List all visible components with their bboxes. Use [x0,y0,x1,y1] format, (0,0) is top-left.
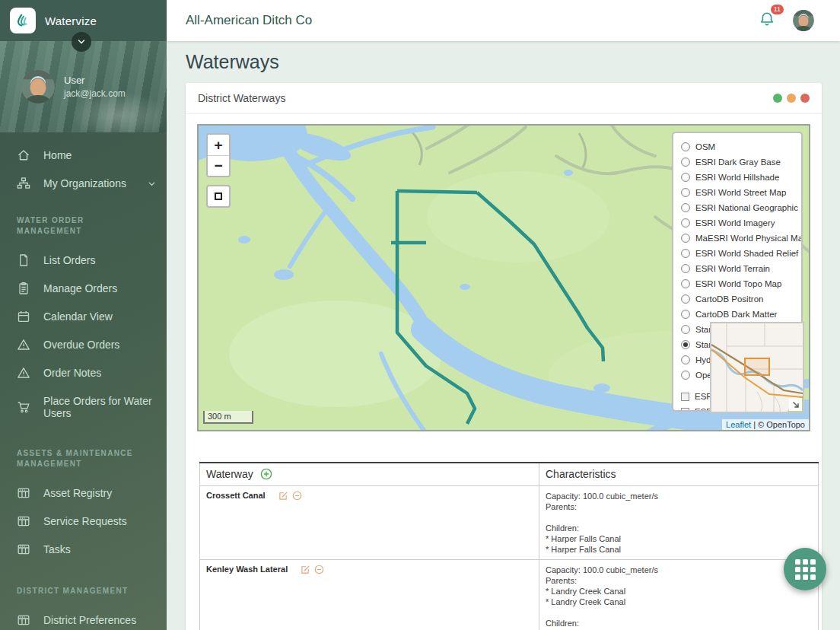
layer-option[interactable]: ESRI World Topo Map [681,276,794,291]
sidebar-nav: Home My Organizations WATER ORDER MANAGE… [0,132,167,630]
sidebar-item-district-preferences[interactable]: District Preferences [0,609,167,630]
edit-icon[interactable] [301,565,310,574]
document-icon [17,253,30,267]
sidebar-item-manage-orders[interactable]: Manage Orders [0,278,167,299]
layer-label: ESRI World Terrain [695,264,770,273]
characteristic-line: Children: [546,618,812,628]
map-attribution: Leaflet | © OpenTopo [722,419,809,430]
layer-option[interactable]: ESRI World Terrain [681,261,794,276]
layer-radio [681,142,690,151]
layer-radio [681,340,690,349]
sidebar-item-label: District Preferences [43,614,156,626]
layer-radio [681,203,690,212]
characteristic-line: * Landry Creek Canal [546,586,812,597]
layer-radio [681,310,690,319]
layer-radio [681,173,690,182]
layer-label: ESRI World Street Map [695,188,786,197]
card-title: District Waterways [198,92,773,104]
zoom-out-button[interactable]: − [208,155,229,176]
add-waterway-button[interactable] [260,468,272,480]
topbar: All-American Ditch Co 11 [167,0,840,41]
layer-radio [681,264,690,273]
sidebar-item-label: Tasks [43,543,156,555]
sidebar-item-tasks[interactable]: Tasks [0,539,167,560]
layer-option[interactable]: ESRI Dark Gray Base [681,154,794,170]
fit-bounds-button[interactable] [206,185,231,208]
layer-label: MaESRI World Physical Map [695,234,803,243]
sidebar-item-label: Order Notes [43,367,156,379]
grid-icon [795,559,816,580]
section-label-district: DISTRICT MANAGEMENT [0,586,167,597]
layer-label: ESRI Dark Gray Base [695,158,781,167]
layer-option[interactable]: MaESRI World Physical Map [681,231,794,246]
layer-radio [681,234,690,243]
chevron-down-icon [77,37,86,46]
sidebar-item-service-requests[interactable]: Service Requests [0,511,167,532]
column-header-waterway: Waterway [206,468,253,480]
sidebar-item-my-organizations[interactable]: My Organizations [0,173,167,194]
sidebar-item-label: Overdue Orders [43,339,156,351]
layer-radio [681,325,690,334]
characteristic-line: * Harper Falls Canal [546,533,812,544]
brand-name: Watervize [45,14,97,27]
layer-label: CartoDB Dark Matter [695,310,777,319]
sidebar-item-list-orders[interactable]: List Orders [0,250,167,271]
apps-grid-button[interactable] [784,548,826,590]
edit-icon[interactable] [278,491,288,501]
layer-option[interactable]: ESRI World Imagery [681,215,794,231]
sidebar-item-order-notes[interactable]: Order Notes [0,362,167,383]
attribution-text: | © OpenTopo [751,420,805,429]
characteristic-line: Parents: [546,575,812,586]
fit-bounds-icon [215,192,222,200]
layer-label: CartoDB Positron [695,294,763,304]
layer-option[interactable]: ESRI World Hillshade [681,170,794,185]
leaflet-link[interactable]: Leaflet [726,420,751,429]
leaflet-map[interactable]: + − OSM ESRI Dark Gray Base ESRI World H… [197,124,810,431]
notifications-button[interactable]: 11 [758,10,776,31]
layer-label: ESRI World Hillshade [695,173,779,182]
sidebar-item-home[interactable]: Home [0,145,167,166]
district-waterways-card: District Waterways [186,83,822,630]
layer-radio [681,218,690,228]
minimap-toggle-button[interactable] [789,398,802,411]
home-icon [17,148,30,162]
status-dot-red[interactable] [800,94,810,103]
characteristic-line: * Harper Falls Canal [546,544,812,555]
sidebar-item-label: Place Orders for Water Users [43,395,156,419]
remove-icon[interactable] [292,491,302,501]
layer-option[interactable]: OSM [681,139,794,154]
characteristic-line [546,607,812,618]
layer-option[interactable]: ESRI World Street Map [681,185,794,200]
status-dot-orange[interactable] [787,94,796,103]
watervize-logo-icon[interactable] [10,8,36,33]
account-avatar[interactable] [793,10,814,31]
status-dot-green[interactable] [773,94,782,103]
minimap[interactable] [710,322,804,413]
layer-label: OSM [695,142,715,151]
layer-radio [681,158,690,167]
profile-collapse-button[interactable] [72,32,91,52]
map-scale-bar: 300 m [203,411,253,424]
characteristic-line: Parents: [546,501,812,512]
sidebar-item-place-orders[interactable]: Place Orders for Water Users [0,390,167,424]
sidebar-item-asset-registry[interactable]: Asset Registry [0,482,167,504]
layer-option[interactable]: CartoDB Positron [681,291,794,307]
sidebar-item-overdue-orders[interactable]: Overdue Orders [0,334,167,355]
spreadsheet-icon [17,613,30,627]
sidebar-item-calendar-view[interactable]: Calendar View [0,306,167,327]
zoom-in-button[interactable]: + [208,135,229,155]
layer-option[interactable]: ESRI World Shaded Relief [681,246,794,261]
section-label-assets: ASSETS & MAINTENANCE MANAGEMENT [0,448,167,469]
layer-option[interactable]: ESRI National Geographic [681,200,794,215]
section-label-water-order: WATER ORDER MANAGEMENT [0,215,167,237]
spreadsheet-icon [17,486,30,500]
user-avatar[interactable] [21,70,55,103]
layer-option[interactable]: CartoDB Dark Matter [681,307,794,322]
cart-icon [17,400,30,414]
sidebar-item-label: My Organizations [43,177,135,189]
characteristic-line: Capacity: 100.0 cubic_meter/s [546,565,812,575]
layer-radio [681,279,690,288]
org-chart-icon [17,177,30,190]
spreadsheet-icon [17,514,30,528]
remove-icon[interactable] [314,565,324,574]
